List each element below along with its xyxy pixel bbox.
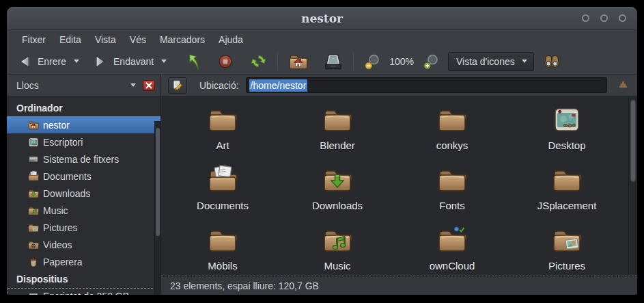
home-folder-icon — [27, 119, 40, 131]
sidebar-item-label: Paperera — [43, 256, 83, 267]
file-item-downloads[interactable]: Downloads — [280, 163, 395, 221]
screen: nestor Fitxer Edita Vista Vés Marcadors … — [0, 0, 644, 303]
sidebar-scrollbar[interactable] — [154, 121, 160, 295]
file-label: ownCloud — [430, 260, 475, 272]
file-label: Desktop — [548, 140, 585, 151]
window-title: nestor — [301, 12, 343, 25]
sidebar-item-encrypted-volume[interactable]: Encriptat de 250 GB — [7, 287, 160, 295]
menu-bookmarks[interactable]: Marcadors — [153, 32, 212, 47]
file-item-fonts[interactable]: Fonts — [395, 163, 509, 221]
menu-view[interactable]: Vista — [88, 32, 123, 47]
sidebar-item-nestor[interactable]: nestor — [7, 116, 160, 133]
computer-button[interactable] — [319, 49, 348, 75]
close-icon — [145, 81, 153, 90]
forward-history-dropdown[interactable] — [158, 54, 170, 68]
sidebar-item-label: Sistema de fitxers — [43, 154, 119, 165]
sidebar-close-button[interactable] — [143, 80, 155, 91]
desktop-icon — [27, 136, 40, 148]
reload-button[interactable] — [245, 49, 272, 73]
file-item-mobils[interactable]: Mòbils — [165, 224, 280, 275]
pictures-folder-icon — [27, 222, 40, 234]
stop-icon — [216, 53, 234, 70]
sidebar-item-escriptori[interactable]: Escriptori — [7, 133, 160, 150]
file-label: Fonts — [439, 200, 465, 211]
chevron-down-icon[interactable] — [130, 83, 136, 90]
file-item-conkys[interactable]: conkys — [395, 103, 509, 161]
zoom-out-button[interactable] — [359, 50, 385, 73]
sidebar-header-label[interactable]: Llocs — [16, 80, 130, 91]
up-arrow-icon — [182, 52, 201, 71]
home-button[interactable] — [283, 48, 313, 75]
file-label: Blender — [320, 140, 355, 151]
scrollbar-thumb[interactable] — [630, 100, 636, 182]
sidebar-item-music[interactable]: Music — [7, 202, 160, 219]
sidebar-item-label: Music — [43, 205, 68, 216]
sidebar-item-videos[interactable]: Videos — [7, 236, 160, 253]
forward-arrow-icon — [92, 53, 109, 70]
edit-location-button[interactable] — [168, 77, 187, 94]
menu-edit[interactable]: Edita — [53, 32, 88, 47]
binoculars-icon — [542, 52, 561, 71]
back-button[interactable]: Enrere — [12, 51, 70, 73]
sidebar-item-pictures[interactable]: Pictures — [7, 219, 160, 236]
zoom-out-icon — [363, 53, 381, 70]
folder-icon — [206, 103, 239, 136]
sidebar-item-label: Downloads — [43, 188, 90, 199]
location-bar: Ubicació: /home/nestor — [161, 75, 637, 96]
file-item-desktop[interactable]: Desktop — [509, 103, 624, 161]
titlebar[interactable]: nestor — [7, 7, 637, 30]
sidebar-scrollbar-thumb[interactable] — [156, 128, 160, 235]
sidebar-item-filesystem[interactable]: Sistema de fitxers — [7, 150, 160, 168]
back-history-dropdown[interactable] — [70, 54, 83, 68]
zoom-in-icon — [422, 53, 440, 70]
file-item-documents[interactable]: Documents — [165, 163, 280, 221]
music-folder-icon — [321, 224, 354, 256]
file-label: Pictures — [548, 260, 585, 272]
file-item-jsplacement[interactable]: JSplacement — [509, 163, 624, 221]
icon-view[interactable]: Art Blender conkys Desktop — [161, 96, 637, 276]
file-manager-window: nestor Fitxer Edita Vista Vés Marcadors … — [7, 7, 637, 295]
sidebar-item-downloads[interactable]: Downloads — [7, 185, 160, 202]
location-input[interactable]: /home/nestor — [246, 77, 607, 93]
zoom-in-button[interactable] — [418, 50, 444, 73]
folder-icon — [206, 224, 239, 256]
file-item-art[interactable]: Art — [165, 103, 280, 161]
sidebar-item-label: Pictures — [43, 222, 78, 233]
file-item-blender[interactable]: Blender — [280, 103, 395, 161]
menubar: Fitxer Edita Vista Vés Marcadors Ajuda — [7, 30, 637, 49]
window-maximize-button[interactable] — [600, 14, 608, 22]
sidebar-item-documents[interactable]: Documents — [7, 168, 160, 185]
view-mode-value: Vista d'icones — [456, 56, 515, 67]
menu-go[interactable]: Vés — [123, 32, 153, 47]
back-arrow-icon — [16, 53, 33, 70]
folder-icon — [436, 103, 468, 136]
location-value: /home/nestor — [249, 79, 308, 92]
file-label: JSplacement — [537, 200, 597, 211]
toolbar: Enrere Endavant — [7, 49, 637, 75]
forward-button[interactable]: Endavant — [88, 51, 158, 73]
reload-location-button[interactable] — [614, 77, 632, 94]
search-button[interactable] — [538, 49, 565, 74]
menu-help[interactable]: Ajuda — [212, 32, 250, 47]
folder-icon — [436, 163, 468, 196]
window-minimize-button[interactable] — [582, 14, 589, 22]
parent-directory-button[interactable] — [178, 49, 206, 74]
menu-file[interactable]: Fitxer — [15, 32, 53, 47]
downloads-folder-icon — [27, 187, 40, 200]
synced-folder-icon — [436, 224, 468, 256]
back-button-label: Enrere — [38, 56, 66, 67]
sidebar-item-label: nestor — [43, 120, 70, 131]
file-item-owncloud[interactable]: ownCloud — [395, 224, 509, 275]
file-item-music[interactable]: Music — [280, 224, 395, 275]
edit-location-icon — [171, 79, 184, 92]
view-mode-combobox[interactable]: Vista d'icones — [448, 52, 534, 71]
vertical-scrollbar[interactable] — [628, 96, 637, 275]
chevron-down-icon — [522, 60, 527, 66]
window-close-button[interactable] — [619, 14, 626, 22]
stop-button[interactable] — [212, 50, 238, 73]
status-text: 23 elements, espai lliure: 120,7 GB — [170, 280, 319, 291]
harddisk-icon — [27, 290, 40, 295]
sidebar-item-trash[interactable]: Paperera — [7, 253, 160, 270]
file-item-pictures[interactable]: Pictures — [509, 224, 624, 275]
sidebar-section-computer: Ordinador — [7, 99, 160, 116]
